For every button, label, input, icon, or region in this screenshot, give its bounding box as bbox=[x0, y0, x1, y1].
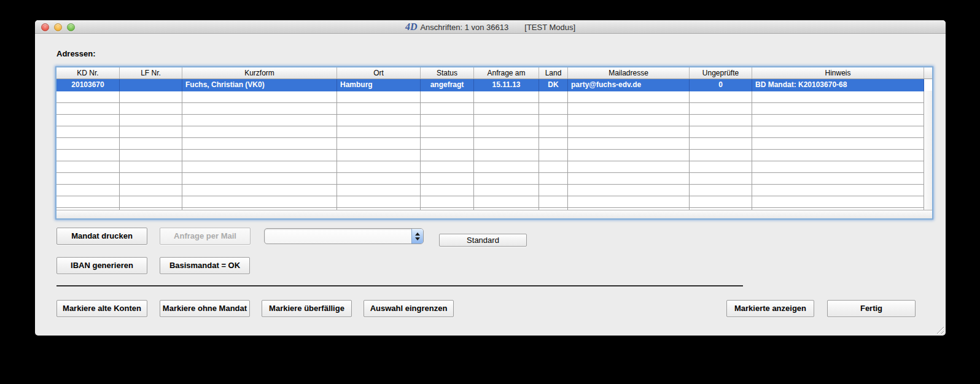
table-row-empty[interactable] bbox=[56, 126, 924, 138]
standard-button[interactable]: Standard bbox=[439, 234, 527, 247]
test-mode-badge: [TEST Modus] bbox=[524, 23, 575, 32]
empty-cell bbox=[56, 161, 120, 172]
empty-cell bbox=[539, 91, 568, 102]
empty-cell bbox=[568, 103, 690, 114]
resize-grip[interactable] bbox=[934, 325, 944, 334]
column-header-kurzform[interactable]: Kurzform bbox=[182, 67, 337, 79]
table-row-empty[interactable] bbox=[56, 103, 924, 115]
empty-cell bbox=[120, 185, 182, 196]
empty-cell bbox=[337, 161, 421, 172]
empty-cell bbox=[120, 150, 182, 161]
cell-kd-nr[interactable]: 20103670 bbox=[56, 79, 120, 91]
column-header-land[interactable]: Land bbox=[539, 67, 568, 79]
table-row-empty[interactable] bbox=[56, 173, 924, 185]
empty-cell bbox=[56, 138, 120, 149]
title-bar[interactable]: 4D Anschriften: 1 von 36613 [TEST Modus] bbox=[35, 20, 946, 34]
empty-cell bbox=[539, 196, 568, 207]
empty-cell bbox=[752, 161, 924, 172]
markiere-ohne-mandat-button[interactable]: Markiere ohne Mandat bbox=[160, 300, 250, 317]
empty-cell bbox=[690, 196, 752, 207]
empty-cell bbox=[56, 103, 120, 114]
table-row-empty[interactable] bbox=[56, 161, 924, 173]
table-row-empty[interactable] bbox=[56, 138, 924, 150]
empty-cell bbox=[337, 173, 421, 184]
iban-generieren-button[interactable]: IBAN generieren bbox=[56, 257, 147, 274]
dropdown-stepper-icon[interactable] bbox=[411, 229, 423, 244]
empty-cell bbox=[690, 173, 752, 184]
empty-cell bbox=[182, 196, 337, 207]
table-row-empty[interactable] bbox=[56, 185, 924, 196]
empty-cell bbox=[539, 138, 568, 149]
empty-cell bbox=[337, 103, 421, 114]
empty-cell bbox=[474, 138, 539, 149]
column-header-status[interactable]: Status bbox=[421, 67, 474, 79]
cell-ort[interactable]: Hamburg bbox=[337, 79, 421, 91]
minimize-button[interactable] bbox=[54, 23, 62, 31]
mandat-drucken-button[interactable]: Mandat drucken bbox=[56, 228, 147, 245]
traffic-lights bbox=[41, 23, 75, 31]
table-body: 20103670 Fuchs, Christian (VK0) Hamburg … bbox=[56, 79, 932, 210]
cell-kurzform[interactable]: Fuchs, Christian (VK0) bbox=[182, 79, 337, 91]
empty-cell bbox=[752, 126, 924, 137]
empty-cell bbox=[539, 185, 568, 196]
cell-anfrage-am[interactable]: 15.11.13 bbox=[474, 79, 539, 91]
empty-cell bbox=[568, 91, 690, 102]
cell-ungepruefte[interactable]: 0 bbox=[690, 79, 752, 91]
empty-cell bbox=[474, 103, 539, 114]
empty-cell bbox=[539, 150, 568, 161]
cell-mailadresse[interactable]: party@fuchs-edv.de bbox=[568, 79, 690, 91]
empty-cell bbox=[421, 185, 474, 196]
vorlage-dropdown[interactable] bbox=[264, 228, 424, 244]
empty-cell bbox=[568, 196, 690, 207]
empty-cell bbox=[56, 185, 120, 196]
markierte-anzeigen-button[interactable]: Markierte anzeigen bbox=[726, 300, 814, 317]
empty-cell bbox=[120, 126, 182, 137]
table-row-empty[interactable] bbox=[56, 150, 924, 161]
empty-cell bbox=[421, 103, 474, 114]
column-header-anfrage-am[interactable]: Anfrage am bbox=[474, 67, 539, 79]
table-row-empty[interactable] bbox=[56, 91, 924, 103]
horizontal-scrollbar[interactable] bbox=[56, 210, 932, 218]
cell-hinweis[interactable]: BD Mandat: K20103670-68 bbox=[752, 79, 924, 91]
table-row-empty[interactable] bbox=[56, 115, 924, 126]
empty-cell bbox=[421, 150, 474, 161]
cell-land[interactable]: DK bbox=[539, 79, 568, 91]
cell-status[interactable]: angefragt bbox=[421, 79, 474, 91]
table-row-selected[interactable]: 20103670 Fuchs, Christian (VK0) Hamburg … bbox=[56, 79, 924, 91]
markiere-alte-konten-button[interactable]: Markiere alte Konten bbox=[56, 300, 147, 317]
empty-cell bbox=[474, 196, 539, 207]
empty-cell bbox=[690, 185, 752, 196]
close-button[interactable] bbox=[41, 23, 49, 31]
empty-cell bbox=[474, 115, 539, 126]
empty-cell bbox=[120, 91, 182, 102]
column-header-filler bbox=[924, 67, 932, 79]
column-header-mailadresse[interactable]: Mailadresse bbox=[568, 67, 690, 79]
vertical-scrollbar[interactable] bbox=[924, 91, 932, 210]
auswahl-eingrenzen-button[interactable]: Auswahl eingrenzen bbox=[364, 300, 454, 317]
empty-cell bbox=[337, 115, 421, 126]
markiere-ueberfaellige-button[interactable]: Markiere überfällige bbox=[262, 300, 352, 317]
column-header-hinweis[interactable]: Hinweis bbox=[752, 67, 924, 79]
empty-cell bbox=[120, 196, 182, 207]
empty-cell bbox=[120, 161, 182, 172]
zoom-button[interactable] bbox=[67, 23, 75, 31]
empty-cell bbox=[421, 115, 474, 126]
empty-cell bbox=[690, 150, 752, 161]
cell-lf-nr[interactable] bbox=[120, 79, 182, 91]
empty-cell bbox=[539, 161, 568, 172]
basismandat-ok-button[interactable]: Basismandat = OK bbox=[160, 257, 250, 274]
empty-cell bbox=[752, 185, 924, 196]
table-row-empty[interactable] bbox=[56, 196, 924, 208]
empty-cell bbox=[421, 138, 474, 149]
column-header-lf-nr[interactable]: LF Nr. bbox=[120, 67, 182, 79]
column-header-ort[interactable]: Ort bbox=[337, 67, 421, 79]
empty-cell bbox=[752, 173, 924, 184]
empty-cell bbox=[568, 150, 690, 161]
empty-cell bbox=[474, 161, 539, 172]
fertig-button[interactable]: Fertig bbox=[827, 300, 916, 317]
address-listbox[interactable]: KD Nr. LF Nr. Kurzform Ort Status Anfrag… bbox=[55, 66, 933, 220]
app-window: 4D Anschriften: 1 von 36613 [TEST Modus]… bbox=[35, 20, 946, 336]
column-header-kd-nr[interactable]: KD Nr. bbox=[56, 67, 120, 79]
empty-cell bbox=[182, 103, 337, 114]
column-header-ungepruefte[interactable]: Ungeprüfte bbox=[690, 67, 752, 79]
